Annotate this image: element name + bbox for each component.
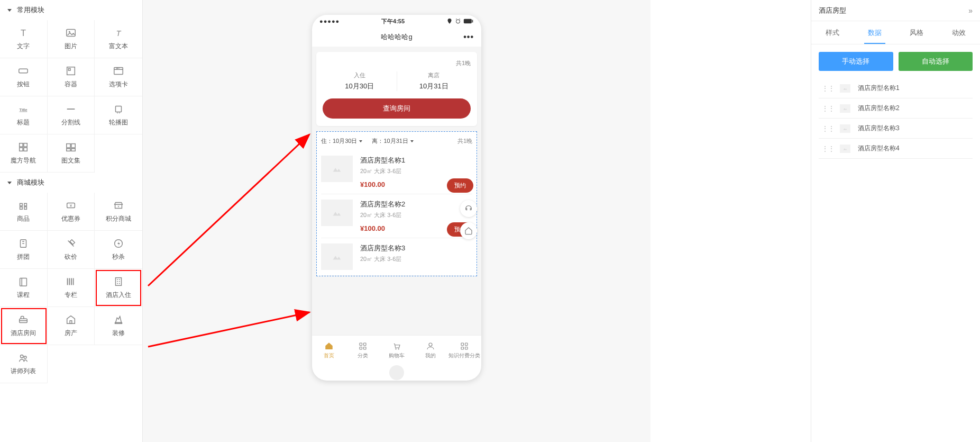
hotel-room-list-card[interactable]: 住： 10月30日 离： 10月31日 共1晚 酒店房型名称1 20㎡ 大床 3…	[316, 131, 477, 276]
center-canvas: ●●●●● 下午4:55 哈哈哈哈g ••• 共1晚 入住 10月30日	[143, 0, 651, 442]
svg-rect-43	[472, 20, 473, 23]
home-icon[interactable]	[460, 222, 477, 239]
head-checkout[interactable]: 离： 10月31日	[372, 137, 413, 145]
module-course[interactable]: 课程	[0, 269, 48, 307]
dropdown-icon	[359, 140, 362, 142]
module-hotel-checkin[interactable]: 酒店入住	[95, 269, 142, 307]
module-hotel-room[interactable]: 酒店房间	[0, 307, 48, 345]
right-panel-body: 手动选择 自动选择 ⋮⋮ 酒店房型名称1⋮⋮ 酒店房型名称2⋮⋮ 酒店房型名称3…	[811, 44, 980, 166]
tab-icon	[324, 341, 334, 351]
svg-point-49	[398, 348, 399, 349]
module-realestate[interactable]: 房产	[48, 307, 95, 345]
head-checkin[interactable]: 住： 10月30日	[321, 137, 362, 145]
tab-icon: TAB	[113, 65, 124, 77]
drag-handle-icon[interactable]: ⋮⋮	[822, 105, 835, 112]
module-button[interactable]: 按钮	[0, 58, 48, 96]
module-divider[interactable]: 分割线	[48, 96, 95, 134]
svg-rect-4	[19, 69, 28, 73]
svg-rect-6	[68, 68, 70, 70]
room-desc: 20㎡ 大床 3-6层	[360, 255, 472, 263]
module-flash[interactable]: 秒杀	[95, 231, 142, 269]
tab-我的[interactable]: 我的	[414, 336, 447, 365]
module-goods[interactable]: 商品	[0, 193, 48, 231]
module-title[interactable]: Title标题	[0, 96, 48, 134]
module-column[interactable]: 专栏	[48, 269, 95, 307]
collapse-icon[interactable]: »	[968, 6, 973, 15]
right-tab-样式[interactable]: 样式	[811, 21, 854, 44]
module-carousel[interactable]: 轮播图	[95, 96, 142, 134]
module-gallery[interactable]: 图文集	[48, 134, 95, 173]
room-type-row[interactable]: ⋮⋮ 酒店房型名称4	[819, 139, 973, 159]
tab-首页[interactable]: 首页	[312, 336, 346, 365]
module-group[interactable]: 拼团	[0, 231, 48, 269]
drag-handle-icon[interactable]: ⋮⋮	[822, 125, 835, 132]
tab-label: 分类	[358, 352, 368, 359]
nights-text: 共1晚	[323, 59, 471, 67]
right-tab-风格[interactable]: 风格	[896, 21, 938, 44]
selection-buttons: 手动选择 自动选择	[819, 52, 973, 71]
module-container[interactable]: 容器	[48, 58, 95, 96]
left-sidebar: 常用模块 T文字图片T富文本按钮容器TAB选项卡Title标题分割线轮播图魔方导…	[0, 0, 143, 442]
common-modules-grid: T文字图片T富文本按钮容器TAB选项卡Title标题分割线轮播图魔方导航图文集	[0, 20, 142, 173]
headset-icon[interactable]	[460, 200, 477, 217]
right-tab-动效[interactable]: 动效	[938, 21, 980, 44]
module-label: 按钮	[17, 80, 30, 89]
tab-icon	[426, 341, 435, 351]
checkout-col[interactable]: 离店 10月31日	[397, 71, 471, 91]
room-item[interactable]: 酒店房型名称2 20㎡ 大床 3-6层 ¥100.00 预约	[321, 194, 472, 238]
right-tab-数据[interactable]: 数据	[854, 21, 896, 44]
module-text[interactable]: T文字	[0, 20, 48, 58]
right-tabs: 样式数据风格动效	[811, 21, 980, 44]
app-title: 哈哈哈哈g	[381, 32, 412, 42]
section-header-mall[interactable]: 商城模块	[0, 173, 142, 193]
module-coupon[interactable]: ¥优惠券	[48, 193, 95, 231]
book-button[interactable]: 预约	[447, 178, 473, 193]
module-label: 魔方导航	[11, 156, 36, 165]
module-grid-nav[interactable]: 魔方导航	[0, 134, 48, 173]
auto-select-button[interactable]: 自动选择	[899, 52, 973, 71]
room-item[interactable]: 酒店房型名称3 20㎡ 大床 3-6层	[321, 238, 472, 276]
tab-购物车[interactable]: 购物车	[380, 336, 414, 365]
module-teachers[interactable]: 讲师列表	[0, 345, 48, 383]
hotel-search-card: 共1晚 入住 10月30日 离店 10月31日 查询房间	[316, 52, 477, 126]
section-header-common[interactable]: 常用模块	[0, 0, 142, 20]
course-icon	[17, 276, 29, 287]
drag-handle-icon[interactable]: ⋮⋮	[822, 145, 835, 152]
module-bargain[interactable]: 砍价	[48, 231, 95, 269]
tab-icon	[358, 341, 368, 351]
right-panel-title: 酒店房型	[819, 6, 846, 15]
tab-知识付费分类[interactable]: 知识付费分类	[447, 336, 481, 365]
room-type-name: 酒店房型名称2	[858, 104, 900, 113]
module-label: 富文本	[109, 42, 128, 51]
module-richtext[interactable]: T富文本	[95, 20, 142, 58]
svg-rect-25	[24, 207, 27, 210]
module-decoration[interactable]: 装修	[95, 307, 142, 345]
room-type-row[interactable]: ⋮⋮ 酒店房型名称1	[819, 78, 973, 98]
module-label: 标题	[17, 118, 30, 127]
room-type-row[interactable]: ⋮⋮ 酒店房型名称3	[819, 119, 973, 139]
tab-label: 知识付费分类	[448, 352, 480, 359]
checkin-col[interactable]: 入住 10月30日	[323, 71, 397, 91]
svg-rect-51	[461, 343, 464, 346]
drag-handle-icon[interactable]: ⋮⋮	[822, 85, 835, 92]
carousel-icon	[113, 103, 124, 115]
room-item[interactable]: 酒店房型名称1 20㎡ 大床 3-6层 ¥100.00 预约	[321, 150, 472, 194]
module-tab[interactable]: TAB选项卡	[95, 58, 142, 96]
more-icon[interactable]: •••	[463, 32, 474, 42]
manual-select-button[interactable]: 手动选择	[819, 52, 893, 71]
caret-down-icon	[7, 182, 12, 184]
module-label: 砍价	[65, 252, 77, 261]
mall-modules-grid: 商品¥优惠券¥积分商城拼团砍价秒杀课程专栏酒店入住酒店房间房产装修讲师列表	[0, 193, 142, 383]
module-image[interactable]: 图片	[48, 20, 95, 58]
home-button[interactable]	[389, 365, 404, 380]
gallery-icon	[65, 141, 77, 153]
tab-label: 我的	[425, 352, 436, 359]
svg-point-13	[119, 112, 120, 113]
module-points[interactable]: ¥积分商城	[95, 193, 142, 231]
room-desc: 20㎡ 大床 3-6层	[360, 167, 472, 175]
room-type-row[interactable]: ⋮⋮ 酒店房型名称2	[819, 98, 973, 119]
search-rooms-button[interactable]: 查询房间	[323, 98, 471, 119]
goods-icon	[17, 200, 29, 211]
svg-rect-47	[364, 347, 367, 349]
tab-分类[interactable]: 分类	[346, 336, 380, 365]
